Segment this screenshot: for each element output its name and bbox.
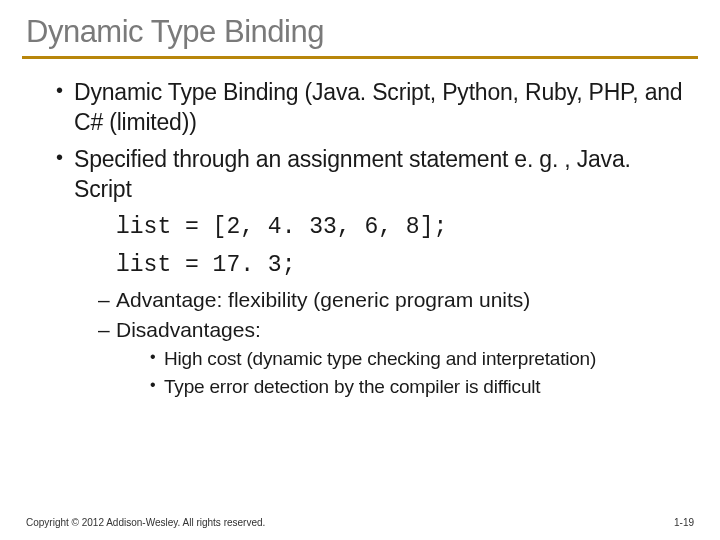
code-line: list = [2, 4. 33, 6, 8]; [56, 210, 688, 246]
subsub-bullet-item: Type error detection by the compiler is … [56, 374, 688, 399]
title-rule [22, 56, 698, 59]
sub-bullet-item: Disadvantages: [56, 316, 688, 344]
subsub-bullet-item: High cost (dynamic type checking and int… [56, 346, 688, 371]
sub-bullet-item: Advantage: flexibility (generic program … [56, 286, 688, 314]
bullet-item: Specified through an assignment statemen… [56, 144, 688, 205]
page-number: 1-19 [674, 517, 694, 528]
bullet-item: Dynamic Type Binding (Java. Script, Pyth… [56, 77, 688, 138]
code-line: list = 17. 3; [56, 248, 688, 284]
slide: Dynamic Type Binding Dynamic Type Bindin… [0, 0, 720, 399]
footer: Copyright © 2012 Addison-Wesley. All rig… [26, 517, 694, 528]
slide-title: Dynamic Type Binding [22, 8, 698, 56]
slide-content: Dynamic Type Binding (Java. Script, Pyth… [22, 77, 698, 399]
copyright-text: Copyright © 2012 Addison-Wesley. All rig… [26, 517, 265, 528]
